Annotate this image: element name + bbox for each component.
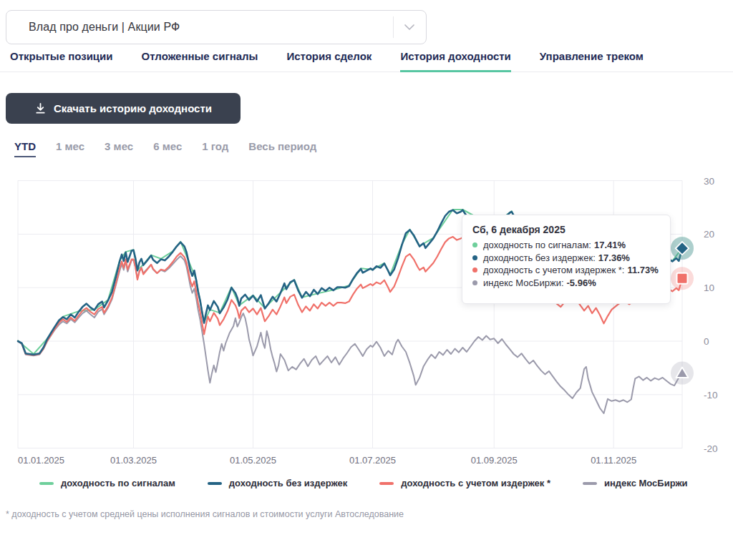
chart-legend: доходность по сигналамдоходность без изд… bbox=[0, 478, 733, 488]
tooltip-row: доходность с учетом издержек *: 11.73% bbox=[472, 264, 660, 277]
legend-label: доходность по сигналам bbox=[61, 478, 175, 488]
strategy-select[interactable]: Влад про деньги | Акции РФ bbox=[6, 10, 427, 44]
series-dot-icon bbox=[472, 267, 477, 272]
y-axis-label: 30 bbox=[704, 175, 714, 186]
y-axis-label: -10 bbox=[704, 389, 718, 400]
tooltip-row: доходность без издержек: 17.36% bbox=[472, 252, 660, 265]
y-axis-label: -20 bbox=[704, 443, 718, 453]
legend-label: доходность без издержек bbox=[229, 478, 347, 488]
legend-swatch-icon bbox=[379, 482, 394, 485]
tab-bar: Открытые позицииОтложенные сигналыИстори… bbox=[0, 50, 733, 72]
period-1[interactable]: YTD bbox=[14, 140, 36, 157]
download-history-button[interactable]: Скачать историю доходности bbox=[6, 93, 241, 124]
performance-chart[interactable]: Сб, 6 декабря 2025 доходность по сигнала… bbox=[0, 175, 733, 472]
legend-swatch-icon bbox=[39, 482, 54, 485]
x-axis-label: 01.09.2025 bbox=[471, 455, 518, 466]
tab-2[interactable]: Отложенные сигналы bbox=[142, 50, 258, 72]
period-filter: YTD1 мес3 мес6 мес1 годВесь период bbox=[14, 140, 316, 157]
tooltip-row: индекс МосБиржи: -5.96% bbox=[472, 277, 660, 290]
x-axis-label: 01.11.2025 bbox=[591, 455, 636, 466]
tab-3[interactable]: История сделок bbox=[286, 50, 372, 72]
period-3[interactable]: 3 мес bbox=[105, 140, 133, 157]
x-axis-label: 01.05.2025 bbox=[230, 455, 276, 466]
legend-label: индекс МосБиржи bbox=[604, 478, 688, 488]
legend-swatch-icon bbox=[583, 482, 597, 485]
period-4[interactable]: 6 мес bbox=[153, 140, 182, 157]
tab-4[interactable]: История доходности bbox=[400, 50, 510, 72]
download-button-label: Скачать историю доходности bbox=[54, 102, 212, 114]
period-2[interactable]: 1 мес bbox=[56, 140, 84, 157]
legend-item-2[interactable]: доходность без издержек bbox=[208, 478, 347, 488]
y-axis-label: 0 bbox=[704, 336, 709, 347]
period-5[interactable]: 1 год bbox=[202, 140, 228, 157]
tab-1[interactable]: Открытые позиции bbox=[10, 50, 113, 72]
x-axis-label: 01.07.2025 bbox=[349, 455, 396, 466]
x-axis-label: 01.01.2025 bbox=[18, 455, 64, 466]
tab-5[interactable]: Управление треком bbox=[540, 50, 644, 72]
series-dot-icon bbox=[472, 242, 477, 247]
series-dot-icon bbox=[472, 255, 477, 260]
tooltip-date: Сб, 6 декабря 2025 bbox=[472, 224, 660, 235]
series-dot-icon bbox=[472, 280, 477, 285]
download-icon bbox=[34, 102, 47, 114]
series-end-marker bbox=[677, 273, 688, 284]
y-axis-label: 20 bbox=[704, 229, 714, 240]
y-axis-label: 10 bbox=[704, 283, 714, 293]
legend-label: доходность с учетом издержек * bbox=[401, 478, 550, 488]
legend-swatch-icon bbox=[208, 482, 222, 485]
legend-item-4[interactable]: индекс МосБиржи bbox=[583, 478, 688, 488]
x-axis-label: 01.03.2025 bbox=[110, 455, 157, 466]
legend-item-3[interactable]: доходность с учетом издержек * bbox=[379, 478, 550, 488]
tooltip-row: доходность по сигналам: 17.41% bbox=[472, 239, 660, 252]
chevron-down-icon bbox=[404, 24, 414, 31]
chart-tooltip: Сб, 6 декабря 2025 доходность по сигнала… bbox=[462, 215, 671, 304]
strategy-select-value: Влад про деньги | Акции РФ bbox=[29, 21, 393, 34]
select-divider bbox=[393, 16, 394, 38]
period-6[interactable]: Весь период bbox=[248, 140, 316, 157]
track-performance-page: Влад про деньги | Акции РФ Открытые пози… bbox=[0, 0, 733, 560]
tooltip-rows: доходность по сигналам: 17.41%доходность… bbox=[472, 239, 660, 289]
footnote: * доходность с учетом средней цены испол… bbox=[6, 509, 404, 519]
legend-item-1[interactable]: доходность по сигналам bbox=[39, 478, 175, 488]
